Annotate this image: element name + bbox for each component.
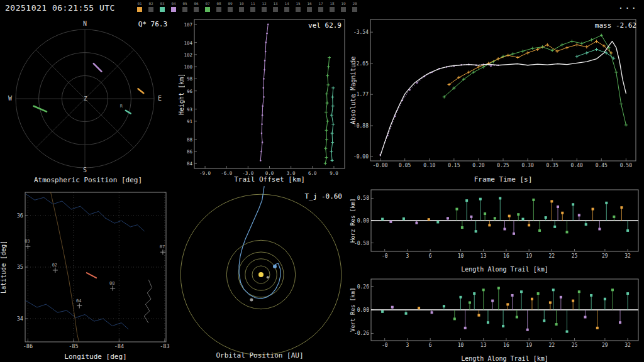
station-toggle-09[interactable]: 09 (226, 1, 235, 12)
station-toggle-05[interactable]: 05 (180, 1, 189, 12)
station-color-swatch (318, 7, 323, 12)
station-toggle-10[interactable]: 10 (237, 1, 246, 12)
station-id-label: 18 (330, 1, 334, 6)
svg-text:16: 16 (503, 253, 509, 259)
light-curve-plot: -0.000.050.100.150.200.250.300.350.400.4… (350, 15, 644, 184)
station-toggle-11[interactable]: 11 (248, 1, 257, 12)
svg-text:35: 35 (17, 264, 23, 270)
atmospheric-position-plot: NESWZR (0, 15, 176, 184)
svg-text:100: 100 (184, 64, 192, 70)
svg-text:0.05: 0.05 (399, 163, 411, 168)
station-toggle-07[interactable]: 07 (203, 1, 212, 12)
station-id-label: 14 (284, 1, 289, 6)
station-toggle-04[interactable]: 04 (169, 1, 178, 12)
station-color-swatch (330, 7, 335, 12)
svg-text:R: R (120, 104, 123, 109)
station-color-swatch (160, 7, 165, 12)
station-color-swatch (284, 7, 289, 12)
svg-text:10: 10 (458, 253, 464, 259)
orbital-position-plot (175, 184, 345, 362)
station-toggle-18[interactable]: 18 (328, 1, 336, 12)
station-id-label: 07 (205, 1, 209, 6)
station-color-swatch (148, 7, 153, 12)
station-toggle-15[interactable]: 15 (294, 1, 303, 12)
svg-text:-84: -84 (114, 343, 124, 349)
svg-text:10: 10 (458, 343, 464, 348)
station-toggle-08[interactable]: 08 (214, 1, 223, 12)
svg-text:32: 32 (625, 253, 631, 259)
svg-text:36: 36 (17, 212, 23, 219)
orbit-plot-title: Orbital Position [AU] (175, 351, 345, 359)
station-color-swatch (250, 7, 255, 12)
station-color-swatch (216, 7, 221, 12)
svg-text:22: 22 (549, 253, 555, 259)
svg-text:102: 102 (184, 52, 192, 58)
station-id-label: 04 (171, 1, 175, 6)
svg-text:03: 03 (25, 239, 30, 244)
light-curve-xlabel: Frame Time [s] (370, 175, 636, 184)
svg-text:08: 08 (109, 281, 114, 286)
panel-ground-map: -86-85-84-833635340302040807 Longitude [… (0, 184, 175, 362)
station-toggle-03[interactable]: 03 (158, 1, 167, 12)
svg-text:E: E (158, 95, 162, 102)
ground-map-plot: -86-85-84-833635340302040807 (0, 184, 175, 362)
station-toggle-01[interactable]: 01 (135, 1, 144, 12)
svg-text:0.26: 0.26 (357, 284, 369, 290)
svg-text:6: 6 (429, 253, 432, 259)
map-xlabel: Longitude [deg] (25, 353, 166, 361)
height-profile-plot: -9.0-6.0-3.00.03.06.09.01071041021009896… (178, 15, 349, 184)
tisserand-value: T_j -0.60 (304, 192, 342, 200)
station-id-label: 03 (160, 1, 164, 6)
station-id-label: 08 (216, 1, 221, 6)
svg-text:29: 29 (602, 253, 608, 259)
station-id-label: 17 (318, 1, 323, 6)
station-color-swatch (228, 7, 233, 12)
app-root: 20251021 06:21:55 UTC 010203040506070809… (0, 0, 644, 362)
station-color-swatch (352, 7, 357, 12)
svg-text:13: 13 (480, 343, 487, 348)
station-toggle-17[interactable]: 17 (316, 1, 325, 12)
station-toggle-20[interactable]: 20 (350, 1, 359, 12)
svg-text:86: 86 (187, 149, 193, 155)
svg-text:25: 25 (572, 253, 578, 259)
horz-res-xlabel: Length Along Trail [km] (371, 266, 638, 273)
station-id-label: 12 (262, 1, 266, 6)
station-toggle-13[interactable]: 13 (271, 1, 280, 12)
convergence-angle-value: Q* 76.3 (138, 20, 167, 28)
station-toggle-16[interactable]: 16 (305, 1, 314, 12)
svg-text:3: 3 (406, 253, 409, 259)
svg-text:0.45: 0.45 (596, 163, 608, 168)
svg-text:16: 16 (503, 343, 509, 348)
svg-text:0.15: 0.15 (448, 163, 460, 168)
station-id-label: 01 (137, 1, 142, 6)
station-color-swatch (296, 7, 301, 12)
station-toggle-14[interactable]: 14 (282, 1, 291, 12)
svg-text:88: 88 (187, 137, 193, 143)
station-toggle-06[interactable]: 06 (192, 1, 201, 12)
svg-text:0.00: 0.00 (357, 218, 369, 224)
station-id-label: 11 (250, 1, 255, 6)
svg-text:N: N (83, 20, 87, 27)
panel-horizontal-residuals: -03610131619222529320.580.00-0.58 Length… (350, 184, 644, 273)
height-plot-xlabel: Trail Offset [km] (194, 175, 345, 184)
station-color-swatch (307, 7, 312, 12)
svg-text:98: 98 (187, 76, 193, 82)
svg-text:0.20: 0.20 (472, 163, 484, 168)
overflow-menu[interactable]: ... (618, 1, 638, 11)
station-toggle-12[interactable]: 12 (260, 1, 269, 12)
svg-text:S: S (83, 167, 87, 173)
station-id-label: 02 (148, 1, 153, 6)
horizontal-residuals-plot: -03610131619222529320.580.00-0.58 (350, 184, 644, 273)
svg-text:0.58: 0.58 (357, 195, 369, 201)
panel-vertical-residuals: -03610131619222529320.260.00-0.26 Length… (350, 273, 644, 362)
station-id-label: 16 (307, 1, 311, 6)
vert-res-ylabel: Vert Res [km] (350, 279, 356, 341)
svg-text:0.50: 0.50 (620, 163, 632, 168)
station-color-swatch (171, 7, 176, 12)
station-toggle-02[interactable]: 02 (147, 1, 155, 12)
horz-res-ylabel: Horz Res [km] (350, 190, 356, 251)
svg-text:34: 34 (17, 315, 23, 322)
mass-value: mass -2.62 (595, 21, 636, 30)
station-toggle-19[interactable]: 19 (339, 1, 348, 12)
svg-text:3: 3 (406, 343, 409, 348)
